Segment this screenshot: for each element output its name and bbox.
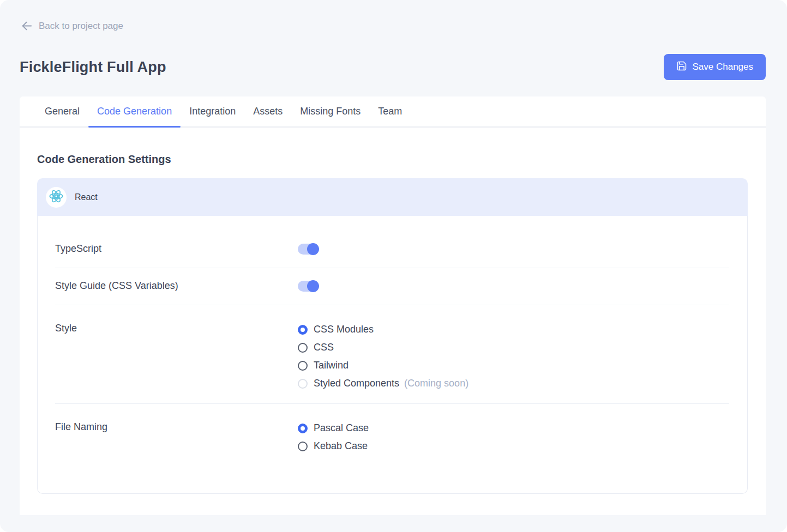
radio-option-css[interactable]: CSS <box>298 338 729 356</box>
radio-icon-css[interactable] <box>298 343 308 353</box>
react-logo-icon <box>49 189 64 206</box>
radio-icon-css-modules[interactable] <box>298 325 308 335</box>
settings-row-typescript: TypeScript <box>55 231 729 268</box>
toggle-style-guide-css-variables[interactable] <box>298 281 319 292</box>
row-content: CSS ModulesCSSTailwindStyled Components(… <box>298 321 729 392</box>
save-button-label: Save Changes <box>692 62 753 72</box>
page-title: FickleFlight Full App <box>20 59 166 76</box>
radio-icon-pascal-case[interactable] <box>298 424 308 433</box>
tab-general[interactable]: General <box>36 96 88 126</box>
row-label-style-guide-css-variables: Style Guide (CSS Variables) <box>55 280 298 292</box>
radio-option-kebab-case[interactable]: Kebab Case <box>298 437 729 455</box>
radio-label-styled-components: Styled Components <box>314 378 399 389</box>
settings-row-style-guide-css-variables: Style Guide (CSS Variables) <box>55 268 729 305</box>
section-heading: Code Generation Settings <box>37 153 748 166</box>
row-label-file-naming: File Naming <box>55 419 298 433</box>
back-link-label: Back to project page <box>39 21 123 32</box>
tab-code-generation[interactable]: Code Generation <box>88 96 181 126</box>
radio-label-css: CSS <box>314 342 334 353</box>
radio-label-pascal-case: Pascal Case <box>314 422 369 434</box>
tab-team[interactable]: Team <box>369 96 411 126</box>
radio-option-pascal-case[interactable]: Pascal Case <box>298 419 729 437</box>
title-row: FickleFlight Full App Save Changes <box>20 54 766 80</box>
radio-icon-tailwind[interactable] <box>298 361 308 371</box>
framework-card-header[interactable]: React <box>37 178 748 216</box>
back-to-project-link[interactable]: Back to project page <box>21 20 123 32</box>
tab-assets[interactable]: Assets <box>244 96 291 126</box>
toggle-typescript[interactable] <box>298 244 319 255</box>
settings-row-style: StyleCSS ModulesCSSTailwindStyled Compon… <box>55 305 729 404</box>
radio-label-tailwind: Tailwind <box>314 360 349 371</box>
row-content: Pascal CaseKebab Case <box>298 419 729 455</box>
arrow-left-icon <box>21 20 33 32</box>
row-content <box>298 244 729 255</box>
project-settings-screen: Back to project page FickleFlight Full A… <box>0 0 787 532</box>
tab-bar: GeneralCode GenerationIntegrationAssetsM… <box>20 96 766 128</box>
framework-name: React <box>75 192 98 202</box>
radio-option-tailwind[interactable]: Tailwind <box>298 356 729 374</box>
toggle-knob <box>307 280 319 292</box>
radio-option-styled-components: Styled Components(Coming soon) <box>298 374 729 392</box>
framework-icon-badge <box>46 187 67 208</box>
toggle-knob <box>307 243 319 255</box>
radio-icon-styled-components <box>298 379 308 389</box>
settings-rows: TypeScriptStyle Guide (CSS Variables)Sty… <box>37 216 748 494</box>
row-content <box>298 281 729 292</box>
row-label-typescript: TypeScript <box>55 243 298 255</box>
row-label-style: Style <box>55 321 298 334</box>
panel-content: Code Generation Settings Re <box>20 153 766 494</box>
radio-label-css-modules: CSS Modules <box>314 324 374 335</box>
save-floppy-icon <box>676 61 687 74</box>
radio-icon-kebab-case[interactable] <box>298 442 308 451</box>
radio-option-css-modules[interactable]: CSS Modules <box>298 321 729 338</box>
settings-row-file-naming: File NamingPascal CaseKebab Case <box>55 404 729 466</box>
tab-missing-fonts[interactable]: Missing Fonts <box>291 96 369 126</box>
tab-integration[interactable]: Integration <box>181 96 244 126</box>
radio-label-kebab-case: Kebab Case <box>314 440 368 452</box>
settings-panel: GeneralCode GenerationIntegrationAssetsM… <box>20 96 766 515</box>
coming-soon-note: (Coming soon) <box>404 378 468 389</box>
save-changes-button[interactable]: Save Changes <box>664 54 766 80</box>
framework-card: React TypeScriptStyle Guide (CSS Variabl… <box>37 178 748 494</box>
